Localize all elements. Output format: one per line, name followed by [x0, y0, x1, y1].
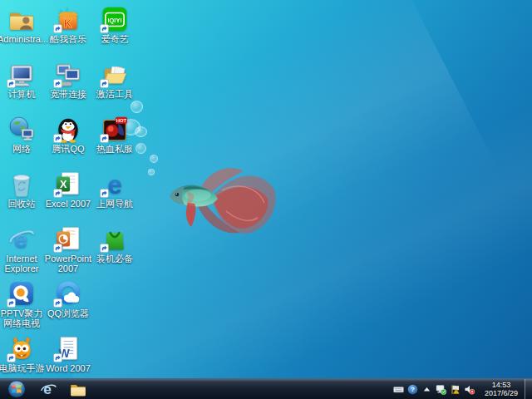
shortcut-arrow-icon: [100, 134, 109, 143]
shortcut-arrow-icon: [7, 79, 16, 88]
taskbar: e ?: [0, 378, 532, 399]
windows-logo-icon: [7, 380, 26, 398]
icon-pptv[interactable]: PPTV聚力网络电视: [0, 279, 46, 328]
icon-qq-browser[interactable]: QQ浏览器: [44, 279, 92, 318]
icon-label: 电脑玩手游: [0, 363, 46, 373]
icon-label: 计算机: [0, 89, 46, 99]
icon-iqiyi[interactable]: iQIYI 爱奇艺: [91, 5, 139, 44]
recycle-bin-icon: [7, 170, 36, 198]
clock-time: 14:53: [480, 381, 523, 389]
icon-label: PowerPoint 2007: [44, 254, 92, 273]
icon-label: 热血私服: [91, 144, 139, 154]
svg-text:e: e: [107, 170, 122, 198]
icon-software-essentials[interactable]: 装机必备: [91, 224, 139, 264]
shortcut-arrow-icon: [100, 189, 109, 198]
internet-explorer-icon: e: [7, 224, 36, 253]
network-icon: [7, 115, 36, 143]
desktop[interactable]: Administra... ♪♪ K 酷我音乐 iQIYI 爱奇艺: [0, 0, 532, 378]
taskbar-internet-explorer[interactable]: e: [33, 379, 63, 399]
icon-pc-mobile-game[interactable]: 电脑玩手游: [0, 334, 46, 373]
icon-internet-explorer[interactable]: e Internet Explorer: [0, 224, 46, 273]
svg-text:HOT: HOT: [116, 118, 127, 123]
input-method-keyboard-icon[interactable]: [392, 383, 404, 395]
svg-text:e: e: [14, 225, 28, 253]
action-center-flag-icon[interactable]: !: [449, 383, 461, 395]
icon-word-2007[interactable]: W Word 2007: [44, 334, 92, 373]
svg-text:iQIYI: iQIYI: [108, 17, 122, 24]
icon-label: 上网导航: [91, 199, 139, 209]
bubble: [131, 101, 143, 113]
shortcut-arrow-icon: [53, 134, 62, 143]
icon-label: 腾讯QQ: [44, 144, 92, 154]
shortcut-arrow-icon: [53, 353, 62, 362]
taskbar-right: ? ! 14:53: [389, 379, 532, 399]
icon-broadband-connection[interactable]: 宽带连接: [44, 60, 92, 99]
icon-label: Internet Explorer: [0, 254, 46, 273]
user-folder-icon: [7, 5, 36, 33]
show-hidden-icons-button[interactable]: [421, 383, 432, 395]
system-tray: ? !: [389, 383, 478, 395]
icon-label: 装机必备: [91, 254, 139, 264]
icon-label: 酷我音乐: [44, 34, 92, 44]
svg-text:?: ?: [411, 386, 415, 393]
svg-text:K: K: [64, 17, 72, 30]
shortcut-arrow-icon: [100, 79, 109, 88]
clock-date: 2017/6/29: [480, 389, 523, 397]
shortcut-arrow-icon: [100, 244, 109, 253]
icon-label: Administra...: [0, 34, 46, 44]
icon-label: 宽带连接: [44, 89, 92, 99]
icon-label: QQ浏览器: [44, 308, 92, 318]
icon-label: 回收站: [0, 199, 46, 209]
shortcut-arrow-icon: [7, 298, 16, 308]
icon-hot-game[interactable]: HOT 热血私服: [91, 115, 139, 154]
shortcut-arrow-icon: [53, 189, 62, 198]
shortcut-arrow-icon: [53, 79, 62, 88]
shortcut-arrow-icon: [53, 24, 62, 33]
start-button[interactable]: [0, 379, 33, 399]
icon-label: 激活工具: [91, 89, 139, 99]
shortcut-arrow-icon: [7, 353, 16, 362]
help-icon[interactable]: ?: [406, 383, 418, 395]
icon-label: Excel 2007: [44, 199, 92, 209]
svg-text:♪: ♪: [66, 5, 69, 12]
icon-powerpoint-2007[interactable]: PowerPoint 2007: [44, 224, 92, 273]
taskbar-windows-explorer[interactable]: [63, 379, 93, 399]
icon-kuwo-music[interactable]: ♪♪ K 酷我音乐: [44, 5, 92, 44]
bubble: [150, 155, 158, 163]
shortcut-arrow-icon: [100, 24, 109, 33]
icon-computer[interactable]: 计算机: [0, 60, 46, 99]
icon-web-navigation[interactable]: e 上网导航: [91, 170, 139, 209]
volume-muted-icon[interactable]: [463, 383, 475, 395]
icon-label: 网络: [0, 144, 46, 154]
folder-icon: [69, 380, 87, 398]
taskbar-clock[interactable]: 14:53 2017/6/29: [478, 381, 525, 397]
shortcut-arrow-icon: [53, 298, 62, 308]
icon-label: 爱奇艺: [91, 34, 139, 44]
icon-recycle-bin[interactable]: 回收站: [0, 170, 46, 209]
betta-fish-image: [160, 152, 284, 245]
icon-network[interactable]: 网络: [0, 115, 46, 154]
icon-activation-tools[interactable]: 激活工具: [91, 60, 139, 99]
shortcut-arrow-icon: [53, 244, 62, 253]
icon-label: PPTV聚力网络电视: [0, 308, 46, 328]
svg-text:e: e: [43, 381, 52, 397]
icon-administrator-folder[interactable]: Administra...: [0, 5, 46, 44]
network-status-icon[interactable]: [435, 383, 446, 395]
bubble: [148, 169, 155, 175]
show-desktop-button[interactable]: [525, 379, 532, 399]
internet-explorer-icon: e: [39, 380, 57, 398]
icon-tencent-qq[interactable]: 腾讯QQ: [44, 115, 92, 154]
icon-excel-2007[interactable]: X Excel 2007: [44, 170, 92, 209]
icon-label: Word 2007: [44, 363, 92, 373]
